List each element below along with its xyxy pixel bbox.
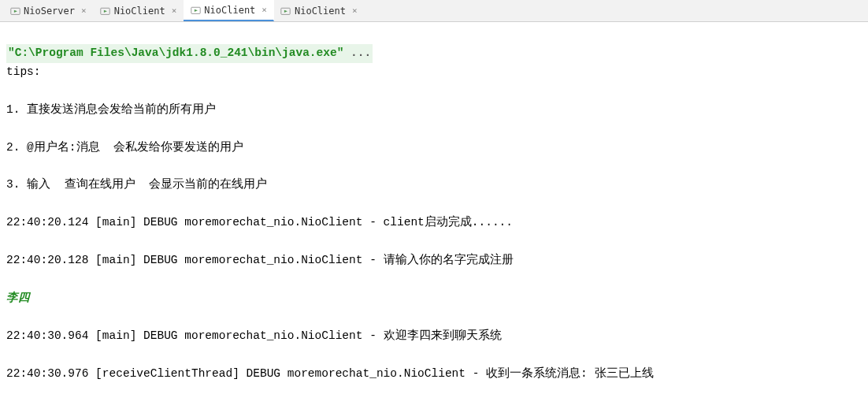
run-icon [190, 5, 201, 16]
tab-label: NioClient [204, 5, 255, 16]
close-icon[interactable]: × [262, 5, 267, 15]
svg-marker-1 [13, 10, 17, 13]
tab-bar: NioServer × NioClient × NioClient × NioC… [0, 0, 868, 22]
close-icon[interactable]: × [81, 6, 87, 16]
svg-marker-5 [195, 9, 198, 12]
tab-nioclient-3[interactable]: NioClient × [274, 0, 365, 21]
java-path: "C:\Program Files\Java\jdk1.8.0_241\bin\… [8, 46, 343, 59]
tip-line: 1. 直接发送消息会发给当前的所有用户 [6, 101, 862, 120]
tab-nioclient-1[interactable]: NioClient × [94, 0, 184, 21]
tab-nioclient-2[interactable]: NioClient × [184, 0, 274, 21]
svg-marker-7 [284, 10, 287, 13]
run-icon [100, 6, 111, 17]
tab-nioserver[interactable]: NioServer × [3, 0, 94, 21]
log-line: 22:40:20.128 [main] DEBUG moremorechat_n… [6, 251, 862, 270]
log-line: 22:40:30.964 [main] DEBUG moremorechat_n… [6, 327, 862, 346]
command-line: "C:\Program Files\Java\jdk1.8.0_241\bin\… [6, 44, 373, 63]
tab-label: NioClient [295, 6, 346, 17]
close-icon[interactable]: × [352, 6, 358, 16]
run-icon [280, 6, 291, 17]
tip-line: 3. 输入 查询在线用户 会显示当前的在线用户 [6, 176, 862, 195]
tab-label: NioClient [114, 6, 165, 17]
tip-line: 2. @用户名:消息 会私发给你要发送的用户 [6, 139, 862, 158]
close-icon[interactable]: × [172, 6, 177, 16]
log-line: 22:40:30.976 [receiveClientThread] DEBUG… [6, 365, 862, 384]
command-rest: ... [343, 46, 371, 59]
tips-header: tips: [6, 63, 862, 82]
user-input: 李四 [6, 289, 862, 308]
tab-label: NioServer [24, 6, 75, 17]
log-line: 22:40:20.124 [main] DEBUG moremorechat_n… [6, 214, 862, 232]
run-icon [9, 6, 20, 17]
svg-marker-3 [104, 10, 107, 13]
console-output[interactable]: "C:\Program Files\Java\jdk1.8.0_241\bin\… [0, 22, 868, 394]
